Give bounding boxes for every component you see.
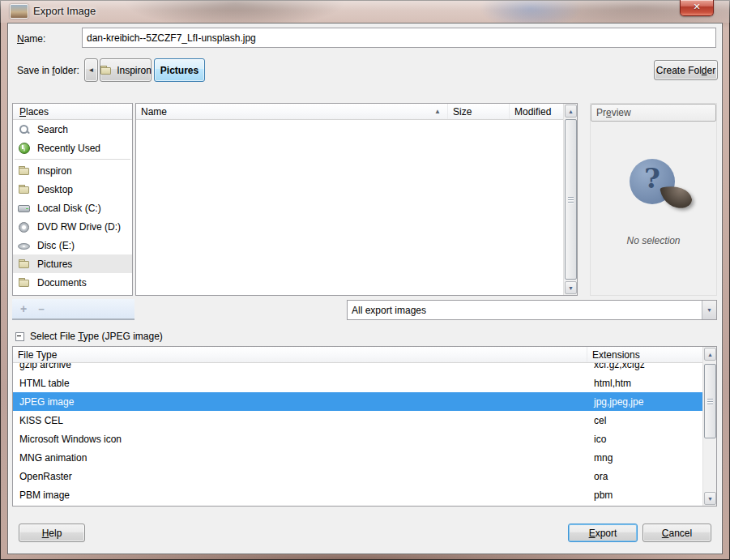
scroll-up-button[interactable]: ▲ bbox=[704, 348, 716, 361]
column-header-modified[interactable]: Modified bbox=[510, 104, 564, 119]
file-type-scrollbar[interactable]: ▲ ▼ bbox=[702, 347, 716, 506]
place-label: Disc (E:) bbox=[37, 240, 75, 251]
close-icon: ✕ bbox=[693, 2, 700, 11]
file-type-expander-label: Select File Type (JPEG image) bbox=[30, 331, 163, 342]
thumb-grip bbox=[568, 199, 574, 200]
filter-selected-value: All export images bbox=[348, 305, 702, 316]
save-in-folder-label: Save in folder: bbox=[17, 65, 79, 76]
column-header-name[interactable]: Name ▲ bbox=[136, 104, 448, 119]
place-item-inspiron[interactable]: Inspiron bbox=[13, 161, 132, 180]
file-filter-combobox[interactable]: All export images ▼ bbox=[347, 300, 717, 320]
cancel-label: Cancel bbox=[662, 528, 692, 539]
scroll-up-icon: ▲ bbox=[568, 109, 574, 114]
path-button-label: Pictures bbox=[160, 65, 199, 76]
scroll-down-icon: ▼ bbox=[568, 285, 574, 291]
collapse-minus-icon[interactable] bbox=[15, 332, 24, 341]
column-label: Name bbox=[141, 106, 167, 118]
extensions-cell: ico bbox=[587, 434, 606, 445]
path-back-button[interactable]: ◄ bbox=[84, 58, 98, 82]
file-type-row[interactable]: HTML tablehtml,htm bbox=[13, 374, 703, 392]
file-type-cell: KISS CEL bbox=[13, 415, 587, 426]
extensions-cell: jpg,jpeg,jpe bbox=[587, 396, 643, 408]
title-bar[interactable]: Export Image ✕ bbox=[0, 0, 730, 23]
preview-label: Preview bbox=[596, 107, 631, 118]
file-type-list: File Type Extensions gzip archivexcf.gz,… bbox=[12, 346, 717, 507]
no-selection-text: No selection bbox=[591, 235, 716, 246]
place-item-local-disk-c[interactable]: Local Disk (C:) bbox=[13, 199, 132, 217]
file-type-row[interactable]: KISS CELcel bbox=[13, 411, 703, 430]
file-type-cell: gzip archive bbox=[13, 363, 587, 370]
folder-icon bbox=[18, 183, 31, 196]
wilber-swoosh-icon bbox=[660, 182, 693, 212]
file-list-header: Name ▲ Size Modified bbox=[136, 104, 564, 120]
combo-dropdown-button[interactable]: ▼ bbox=[702, 301, 716, 319]
remove-bookmark-icon[interactable]: − bbox=[38, 303, 45, 315]
extensions-cell: mng bbox=[587, 452, 613, 464]
file-type-cell: PBM image bbox=[13, 489, 587, 501]
places-header[interactable]: Places bbox=[13, 104, 132, 120]
scroll-up-button[interactable]: ▲ bbox=[565, 105, 577, 118]
bookmark-toolbar: + − bbox=[12, 299, 134, 320]
column-label: Size bbox=[453, 106, 472, 118]
place-label: Pictures bbox=[37, 259, 72, 270]
preview-header: Preview bbox=[591, 104, 716, 122]
help-label: Help bbox=[42, 528, 62, 539]
file-list-scrollbar[interactable]: ▲ ▼ bbox=[563, 104, 577, 295]
file-type-expander[interactable]: Select File Type (JPEG image) bbox=[15, 331, 163, 342]
close-button[interactable]: ✕ bbox=[680, 0, 714, 16]
file-type-cell: JPEG image bbox=[13, 396, 587, 408]
file-type-row[interactable]: PBM imagepbm bbox=[13, 485, 703, 504]
file-type-row[interactable]: gzip archivexcf.gz,xcfgz bbox=[13, 363, 703, 374]
scroll-down-button[interactable]: ▼ bbox=[704, 492, 716, 505]
path-button-inspiron[interactable]: Inspiron bbox=[100, 58, 152, 82]
export-button[interactable]: Export bbox=[568, 524, 638, 542]
place-item-search[interactable]: Search bbox=[13, 120, 132, 139]
chevron-down-icon: ▼ bbox=[707, 307, 712, 313]
scrollbar-thumb[interactable] bbox=[565, 119, 577, 280]
search-icon bbox=[18, 123, 31, 136]
dvd-drive-icon bbox=[18, 220, 31, 233]
filename-input[interactable] bbox=[82, 28, 716, 48]
extensions-cell: cel bbox=[587, 415, 606, 426]
place-item-recently-used[interactable]: Recently Used bbox=[13, 139, 132, 157]
folder-icon bbox=[100, 64, 113, 77]
place-label: DVD RW Drive (D:) bbox=[37, 221, 121, 233]
file-type-row-selected[interactable]: JPEG imagejpg,jpeg,jpe bbox=[13, 392, 703, 411]
scroll-down-button[interactable]: ▼ bbox=[565, 281, 577, 294]
file-type-row[interactable]: MNG animationmng bbox=[13, 448, 703, 467]
place-item-disc-e[interactable]: Disc (E:) bbox=[13, 236, 132, 254]
column-label: File Type bbox=[18, 349, 57, 361]
file-type-row[interactable]: OpenRasterora bbox=[13, 467, 703, 485]
file-type-rows: gzip archivexcf.gz,xcfgz HTML tablehtml,… bbox=[13, 363, 703, 504]
place-label: Desktop bbox=[37, 184, 73, 195]
folder-icon bbox=[18, 276, 31, 289]
window-title: Export Image bbox=[33, 5, 96, 17]
place-item-documents[interactable]: Documents bbox=[13, 273, 132, 292]
app-image-icon bbox=[10, 4, 28, 19]
disc-icon bbox=[18, 239, 31, 252]
column-header-file-type[interactable]: File Type bbox=[13, 347, 587, 362]
preview-panel: Preview No selection bbox=[590, 103, 717, 296]
path-button-pictures[interactable]: Pictures bbox=[154, 58, 205, 82]
help-button[interactable]: Help bbox=[19, 524, 85, 542]
column-label: Extensions bbox=[592, 349, 640, 361]
sort-ascending-icon: ▲ bbox=[434, 108, 441, 115]
extensions-cell: ora bbox=[587, 471, 608, 482]
file-type-list-header: File Type Extensions bbox=[13, 347, 703, 363]
add-bookmark-icon[interactable]: + bbox=[20, 302, 27, 315]
cancel-button[interactable]: Cancel bbox=[642, 524, 711, 542]
place-item-desktop[interactable]: Desktop bbox=[13, 180, 132, 199]
folder-icon bbox=[18, 165, 31, 177]
place-label: Inspiron bbox=[37, 165, 72, 177]
place-item-dvd-drive-d[interactable]: DVD RW Drive (D:) bbox=[13, 217, 132, 236]
file-type-row[interactable]: Microsoft Windows iconico bbox=[13, 430, 703, 448]
scrollbar-thumb[interactable] bbox=[704, 364, 716, 438]
name-label: Name: bbox=[17, 33, 45, 45]
file-type-cell: OpenRaster bbox=[13, 471, 587, 482]
column-header-extensions[interactable]: Extensions bbox=[587, 347, 703, 362]
create-folder-button[interactable]: Create Folder bbox=[654, 60, 718, 80]
column-header-size[interactable]: Size bbox=[448, 104, 510, 119]
place-label: Recently Used bbox=[37, 143, 100, 154]
place-item-pictures[interactable]: Pictures bbox=[13, 254, 132, 273]
recently-used-icon bbox=[18, 142, 31, 155]
